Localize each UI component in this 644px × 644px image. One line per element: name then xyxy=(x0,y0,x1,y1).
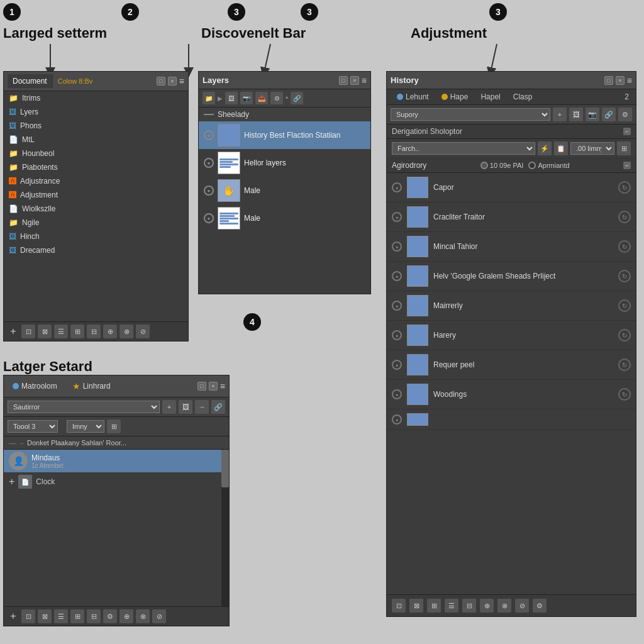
hist-layer-cracliter[interactable]: ● Cracliter Traitor ↻ xyxy=(387,203,636,232)
hist-camera-icon[interactable]: 📷 xyxy=(586,108,599,121)
color-tab[interactable]: Colow 8:Bv xyxy=(58,77,93,85)
close-btn[interactable]: × xyxy=(350,76,359,85)
hist-sync-6[interactable]: ↻ xyxy=(618,329,631,341)
hb-icon-9[interactable]: ⚙ xyxy=(533,599,547,613)
layer-item-1[interactable]: ● History Best Flaction Statiian xyxy=(199,121,370,149)
hist-sync-3[interactable]: ↻ xyxy=(618,240,631,253)
larger-arrow-icon[interactable]: → xyxy=(195,400,209,414)
btn-1[interactable]: ⊡ xyxy=(21,609,35,623)
doc-item-wiolkszlle[interactable]: 📄 Wiolkszlle xyxy=(4,202,188,216)
layer-eye-2[interactable]: ● xyxy=(204,158,214,168)
hist-layer-mincal[interactable]: ● Mincal Tahior ↻ xyxy=(387,232,636,262)
layer-eye-4[interactable]: ● xyxy=(204,213,214,223)
list-item-mindaus[interactable]: 👤 Mindaus 1c Atrenbet xyxy=(4,450,221,472)
larger-img-icon[interactable]: 🖼 xyxy=(179,400,192,414)
hist-layer-capor[interactable]: ● Capor ↻ xyxy=(387,173,636,203)
hist-eye-3[interactable]: ● xyxy=(392,242,402,252)
layer-item-2[interactable]: ● Hellor layers xyxy=(199,149,370,177)
hist-eye-4[interactable]: ● xyxy=(392,271,402,281)
hb-icon-2[interactable]: ⊠ xyxy=(409,599,423,613)
hist-img-icon[interactable]: 🖼 xyxy=(569,108,583,121)
close-btn[interactable]: × xyxy=(209,382,218,391)
hist-eye-7[interactable]: ● xyxy=(392,360,402,370)
doc-btn-4[interactable]: ⊞ xyxy=(70,325,84,338)
derigation-select[interactable]: Farch.. xyxy=(392,142,535,155)
larger-select1[interactable]: Sautirror xyxy=(8,401,160,413)
list-scrollbar[interactable] xyxy=(221,450,229,606)
btn-9[interactable]: ⊘ xyxy=(152,609,166,623)
img2-icon[interactable]: 📷 xyxy=(240,92,253,104)
derigation-collapse[interactable]: − xyxy=(623,128,631,135)
close-btn[interactable]: × xyxy=(616,76,625,85)
radio-1[interactable]: 10 09e PAI xyxy=(480,162,524,169)
layer-item-4[interactable]: ● Male xyxy=(199,204,370,232)
hist-sync-1[interactable]: ↻ xyxy=(618,181,631,194)
radio-2[interactable]: Aprmiantd xyxy=(528,162,569,169)
doc-btn-2[interactable]: ⊠ xyxy=(38,325,52,338)
doc-item-adjustrance[interactable]: 🅰 Adjustrance xyxy=(4,174,188,188)
hist-eye-2[interactable]: ● xyxy=(392,212,402,222)
tab-hape[interactable]: Hape xyxy=(435,89,475,104)
hist-layer-helv[interactable]: ● Helv 'Google Gralem Sheads Prliject ↻ xyxy=(387,262,636,291)
btn-8[interactable]: ⊗ xyxy=(136,609,150,623)
hist-sync-8[interactable]: ↻ xyxy=(618,388,631,401)
export-icon[interactable]: 📤 xyxy=(255,92,268,104)
minimize-btn[interactable]: □ xyxy=(197,382,206,391)
settings-icon[interactable]: ⚙ xyxy=(270,92,283,104)
layer-item-3[interactable]: ● ✋ Male xyxy=(199,177,370,204)
doc-btn-5[interactable]: ⊟ xyxy=(87,325,101,338)
minimize-btn[interactable]: □ xyxy=(339,76,348,85)
radio-dot-1[interactable] xyxy=(480,162,488,169)
doc-item-piabotents[interactable]: 📁 Piabotents xyxy=(4,160,188,174)
der-icon-1[interactable]: ⚡ xyxy=(538,142,552,155)
hist-link-icon[interactable]: 🔗 xyxy=(602,108,616,121)
scrollbar-thumb[interactable] xyxy=(221,450,229,487)
hist-sync-2[interactable]: ↻ xyxy=(618,211,631,223)
doc-item-mtl[interactable]: 📄 MtL xyxy=(4,133,188,147)
history-menu-icon[interactable]: ≡ xyxy=(627,75,632,86)
layers-menu-icon[interactable]: ≡ xyxy=(362,75,367,86)
doc-item-phons[interactable]: 🖼 Phons xyxy=(4,119,188,133)
layer-eye-3[interactable]: ● xyxy=(204,186,214,196)
close-btn[interactable]: × xyxy=(168,77,177,86)
hist-eye-6[interactable]: ● xyxy=(392,330,402,340)
btn-2[interactable]: ⊠ xyxy=(38,609,52,623)
doc-btn-8[interactable]: ⊘ xyxy=(136,325,150,338)
hist-sync-7[interactable]: ↻ xyxy=(618,358,631,371)
link-icon[interactable]: 🔗 xyxy=(291,92,303,104)
hb-icon-6[interactable]: ⊕ xyxy=(480,599,494,613)
doc-btn-7[interactable]: ⊗ xyxy=(119,325,133,338)
tab-lehunt[interactable]: Lehunt xyxy=(391,89,435,104)
larger-icon-r[interactable]: ⊞ xyxy=(107,419,121,433)
btn-5[interactable]: ⊟ xyxy=(87,609,101,623)
doc-item-drecamed[interactable]: 🖼 Drecamed xyxy=(4,243,188,257)
agiro-collapse[interactable]: − xyxy=(623,162,631,169)
der-icon-2[interactable]: 📋 xyxy=(554,142,568,155)
hb-icon-1[interactable]: ⊡ xyxy=(392,599,406,613)
hist-layer-mairrerly[interactable]: ● Mairrerly ↻ xyxy=(387,291,636,321)
minimize-btn[interactable]: □ xyxy=(604,76,613,85)
radio-dot-2[interactable] xyxy=(528,162,536,169)
doc-item-itrims[interactable]: 📁 Itrims xyxy=(4,91,188,105)
hist-sync-5[interactable]: ↻ xyxy=(618,299,631,312)
larger-link-icon[interactable]: 🔗 xyxy=(211,400,225,414)
doc-item-ngile[interactable]: 📁 Ngile xyxy=(4,216,188,230)
menu-icon[interactable]: ≡ xyxy=(179,76,184,86)
minimize-btn[interactable]: □ xyxy=(157,77,165,86)
larger-select3[interactable]: Imny xyxy=(67,420,104,433)
doc-btn-1[interactable]: ⊡ xyxy=(21,325,35,338)
hb-icon-8[interactable]: ⊘ xyxy=(515,599,529,613)
btn-3[interactable]: ☰ xyxy=(54,609,68,623)
larger-select2[interactable]: Toool 3 xyxy=(8,420,58,433)
add-bottom-button[interactable]: + xyxy=(8,611,19,622)
img-icon[interactable]: 🖼 xyxy=(225,92,238,104)
add-button[interactable]: + xyxy=(8,326,19,337)
hb-icon-7[interactable]: ⊗ xyxy=(497,599,511,613)
hb-icon-3[interactable]: ⊞ xyxy=(427,599,441,613)
history-select[interactable]: Supory xyxy=(391,108,550,121)
doc-item-hinch[interactable]: 🖼 Hinch xyxy=(4,230,188,243)
doc-btn-3[interactable]: ☰ xyxy=(54,325,68,338)
hist-layer-woodings[interactable]: ● Woodings ↻ xyxy=(387,380,636,409)
doc-item-adjustment[interactable]: 🅰 Adjustment xyxy=(4,188,188,202)
document-tab[interactable]: Document xyxy=(8,74,53,88)
